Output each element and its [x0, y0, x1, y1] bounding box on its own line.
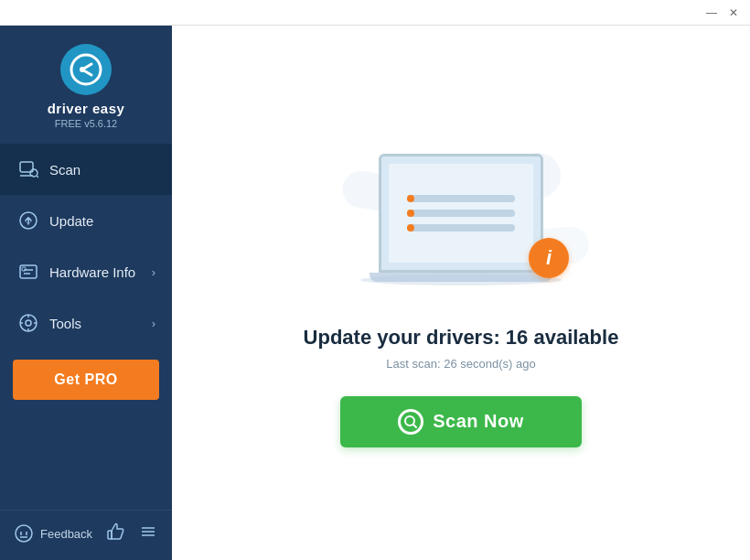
thumbs-up-icon[interactable]: [106, 522, 126, 545]
screen-bar-2: [420, 210, 515, 216]
svg-point-14: [26, 320, 31, 326]
feedback-label: Feedback: [40, 527, 92, 541]
main-area: driver easy FREE v5.6.12 Scan: [0, 26, 750, 560]
illustration: i: [342, 139, 580, 304]
svg-point-19: [16, 525, 32, 542]
hardware-info-nav-icon: [16, 260, 40, 284]
sidebar-item-hardware-info[interactable]: Hardware Info ›: [0, 246, 172, 297]
screen-dot-1: [407, 195, 414, 202]
svg-line-5: [37, 176, 38, 178]
tools-nav-label: Tools: [49, 316, 152, 331]
minimize-button[interactable]: —: [702, 4, 721, 22]
svg-point-1: [80, 67, 85, 72]
svg-line-28: [413, 425, 416, 427]
scan-nav-icon: [16, 157, 40, 181]
sidebar-item-update[interactable]: Update: [0, 195, 172, 246]
main-window: — ✕ driver easy FREE v5.6.12: [0, 0, 750, 560]
feedback-area[interactable]: Feedback: [15, 524, 92, 543]
logo-svg: [70, 53, 102, 86]
screen-line-3: [407, 224, 515, 232]
info-badge: i: [529, 238, 569, 278]
logo-icon: [60, 44, 112, 95]
scan-now-button[interactable]: Scan Now: [340, 396, 582, 447]
update-nav-label: Update: [49, 213, 155, 229]
get-pro-button[interactable]: Get PRO: [13, 360, 159, 400]
hardware-info-nav-label: Hardware Info: [49, 264, 152, 280]
screen-line-1: [407, 195, 515, 202]
hardware-info-arrow: ›: [152, 265, 155, 279]
feedback-icon: [15, 524, 33, 543]
close-button[interactable]: ✕: [724, 4, 743, 22]
screen-dot-2: [407, 210, 414, 217]
laptop-shadow: [360, 275, 562, 285]
tools-nav-icon: [16, 311, 40, 335]
logo-area: driver easy FREE v5.6.12: [0, 26, 172, 144]
logo-version: FREE v5.6.12: [55, 118, 117, 129]
sidebar: driver easy FREE v5.6.12 Scan: [0, 26, 172, 560]
svg-rect-23: [108, 531, 112, 539]
title-bar: — ✕: [0, 0, 750, 26]
update-nav-icon: [16, 209, 40, 232]
scan-nav-label: Scan: [49, 162, 155, 178]
scan-now-label: Scan Now: [433, 411, 524, 432]
main-content: i Update your drivers: 16 available Last…: [172, 26, 750, 560]
logo-title: driver easy: [48, 101, 125, 116]
scan-btn-icon: [398, 409, 423, 435]
tools-arrow: ›: [152, 317, 155, 330]
sidebar-item-tools[interactable]: Tools ›: [0, 297, 172, 349]
svg-point-0: [71, 55, 101, 84]
sidebar-item-scan[interactable]: Scan: [0, 144, 172, 195]
menu-icon[interactable]: [139, 522, 157, 544]
laptop-screen: [379, 154, 543, 273]
svg-point-4: [30, 169, 38, 177]
sidebar-bottom: Feedback: [0, 510, 172, 560]
laptop-screen-inner: [389, 164, 533, 263]
screen-bar-1: [420, 196, 515, 201]
screen-line-2: [407, 210, 515, 217]
screen-dot-3: [407, 224, 414, 232]
screen-bar-3: [420, 225, 515, 231]
main-title: Update your drivers: 16 available: [304, 326, 619, 350]
last-scan-text: Last scan: 26 second(s) ago: [386, 357, 535, 371]
